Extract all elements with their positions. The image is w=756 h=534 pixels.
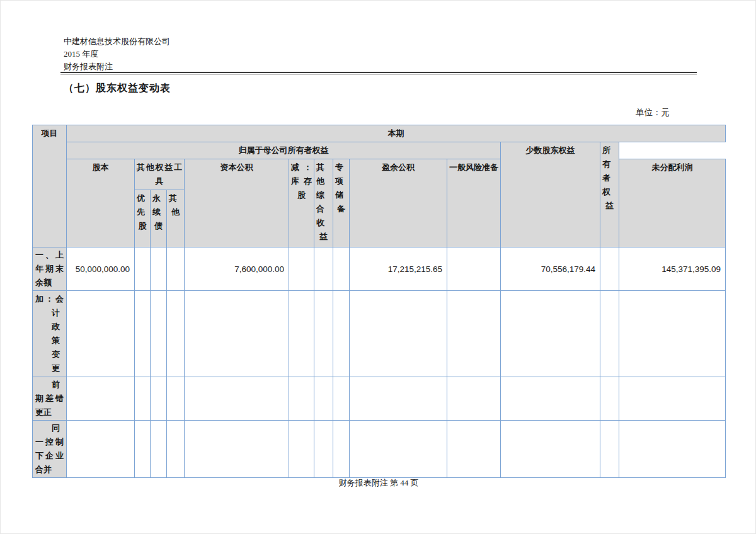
value-cell bbox=[447, 377, 501, 421]
column-header-other-equity-instruments: 其他权益工具 bbox=[135, 159, 185, 190]
value-cell bbox=[333, 377, 350, 421]
column-header-minority-interest: 少数股东权益 bbox=[501, 142, 600, 247]
value-cell bbox=[135, 247, 151, 291]
document-header: 中建材信息技术股份有限公司 2015 年度 财务报表附注 bbox=[64, 35, 170, 73]
value-cell bbox=[333, 421, 350, 478]
page-footer: 财务报表附注 第 44 页 bbox=[1, 477, 756, 489]
company-name: 中建材信息技术股份有限公司 bbox=[64, 35, 170, 48]
value-cell bbox=[501, 291, 600, 377]
value-cell bbox=[501, 377, 600, 421]
value-cell: 7,600,000.00 bbox=[185, 247, 289, 291]
value-cell bbox=[314, 421, 333, 478]
row-label: 同一控制下企业合并 bbox=[35, 421, 64, 477]
row-label-cell: 加：会计政策变更 bbox=[33, 291, 67, 377]
column-header-other: 其他 bbox=[167, 190, 185, 247]
value-cell bbox=[314, 247, 333, 291]
value-cell bbox=[167, 421, 185, 478]
value-cell bbox=[135, 421, 151, 478]
value-cell bbox=[289, 291, 314, 377]
table-row: 同一控制下企业合并 bbox=[33, 421, 726, 478]
value-cell bbox=[289, 247, 314, 291]
column-header-share-capital: 股本 bbox=[67, 159, 135, 247]
header-row-group: 归属于母公司所有者权益 少数股东权益 所有者权益 bbox=[33, 142, 726, 159]
value-cell bbox=[447, 421, 501, 478]
value-cell bbox=[67, 291, 135, 377]
value-cell bbox=[151, 377, 167, 421]
column-header-less-treasury-shares: 减：库存股 bbox=[289, 159, 314, 247]
equity-change-table: 项目 本期 归属于母公司所有者权益 少数股东权益 所有者权益 股本 其他权益工具… bbox=[32, 125, 726, 478]
section-title: （七）股东权益变动表 bbox=[64, 82, 171, 95]
column-header-period-group: 本期 bbox=[67, 125, 726, 142]
value-cell: 17,215,215.65 bbox=[350, 247, 447, 291]
value-cell bbox=[185, 421, 289, 478]
value-cell: 70,556,179.44 bbox=[501, 247, 600, 291]
table-row: 前期差错更正 bbox=[33, 377, 726, 421]
row-label-cell: 一、上年期末余额 bbox=[33, 247, 67, 291]
table-row: 一、上年期末余额50,000,000.007,600,000.0017,215,… bbox=[33, 247, 726, 291]
column-header-retained-profit: 未分配利润 bbox=[619, 159, 726, 247]
unit-label: 单位：元 bbox=[636, 107, 670, 118]
document-page: 中建材信息技术股份有限公司 2015 年度 财务报表附注 （七）股东权益变动表 … bbox=[0, 0, 756, 534]
header-row-columns: 股本 其他权益工具 资本公积 减：库存股 其他综合收益 专项储备 盈余公积 一般… bbox=[33, 159, 726, 190]
column-header-preferred-shares: 优先股 bbox=[135, 190, 151, 247]
value-cell bbox=[600, 247, 619, 291]
document-name: 财务报表附注 bbox=[64, 60, 170, 73]
value-cell bbox=[151, 291, 167, 377]
value-cell bbox=[619, 421, 726, 478]
header-row-period: 项目 本期 bbox=[33, 125, 726, 142]
value-cell bbox=[167, 291, 185, 377]
column-header-other-comprehensive-income: 其他综合收益 bbox=[314, 159, 333, 247]
value-cell bbox=[600, 377, 619, 421]
column-header-parent-group: 归属于母公司所有者权益 bbox=[67, 142, 501, 159]
column-header-perpetual-bonds: 永续债 bbox=[151, 190, 167, 247]
column-header-total-owners-equity: 所有者权益 bbox=[600, 142, 619, 247]
value-cell bbox=[333, 291, 350, 377]
report-period: 2015 年度 bbox=[64, 48, 170, 60]
value-cell bbox=[135, 291, 151, 377]
column-header-special-reserve: 专项储备 bbox=[333, 159, 350, 247]
value-cell bbox=[167, 247, 185, 291]
column-header-item: 项目 bbox=[33, 125, 67, 247]
value-cell bbox=[619, 377, 726, 421]
column-header-surplus-reserve: 盈余公积 bbox=[350, 159, 447, 247]
value-cell bbox=[167, 377, 185, 421]
value-cell bbox=[314, 377, 333, 421]
header-divider bbox=[60, 72, 697, 75]
value-cell: 145,371,395.09 bbox=[619, 247, 726, 291]
row-label-cell: 同一控制下企业合并 bbox=[33, 421, 67, 478]
column-header-general-risk-reserve: 一般风险准备 bbox=[447, 159, 501, 247]
column-header-capital-reserve: 资本公积 bbox=[185, 159, 289, 247]
value-cell bbox=[314, 291, 333, 377]
value-cell bbox=[151, 421, 167, 478]
row-label: 一、上年期末余额 bbox=[35, 248, 64, 290]
value-cell bbox=[447, 291, 501, 377]
value-cell bbox=[67, 421, 135, 478]
table-row: 加：会计政策变更 bbox=[33, 291, 726, 377]
value-cell bbox=[600, 421, 619, 478]
value-cell bbox=[289, 421, 314, 478]
value-cell bbox=[151, 247, 167, 291]
value-cell bbox=[350, 377, 447, 421]
row-label-cell: 前期差错更正 bbox=[33, 377, 67, 421]
value-cell bbox=[600, 291, 619, 377]
value-cell bbox=[289, 377, 314, 421]
row-label: 加：会计政策变更 bbox=[35, 292, 64, 375]
row-label: 前期差错更正 bbox=[35, 378, 64, 419]
value-cell bbox=[67, 377, 135, 421]
value-cell bbox=[350, 421, 447, 478]
table-body: 一、上年期末余额50,000,000.007,600,000.0017,215,… bbox=[33, 247, 726, 478]
value-cell bbox=[185, 377, 289, 421]
value-cell bbox=[501, 421, 600, 478]
value-cell bbox=[619, 291, 726, 377]
value-cell: 50,000,000.00 bbox=[67, 247, 135, 291]
value-cell bbox=[333, 247, 350, 291]
value-cell bbox=[447, 247, 501, 291]
value-cell bbox=[350, 291, 447, 377]
value-cell bbox=[135, 377, 151, 421]
value-cell bbox=[185, 291, 289, 377]
